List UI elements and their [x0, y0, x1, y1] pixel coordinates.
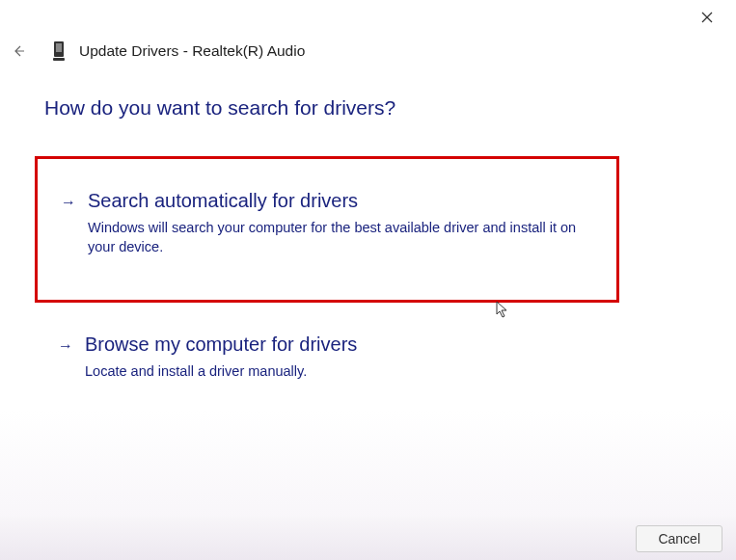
page-heading: How do you want to search for drivers? — [44, 96, 697, 120]
device-icon — [50, 40, 68, 62]
back-button[interactable] — [8, 40, 29, 62]
content-area: How do you want to search for drivers? →… — [44, 96, 697, 412]
close-button[interactable] — [695, 6, 719, 29]
option-text-group: Browse my computer for drivers Locate an… — [85, 333, 604, 381]
back-arrow-icon — [12, 44, 25, 58]
option-description: Locate and install a driver manually. — [85, 361, 604, 381]
option-browse-computer[interactable]: → Browse my computer for drivers Locate … — [44, 316, 623, 398]
option-title: Browse my computer for drivers — [85, 333, 604, 356]
option-title: Search automatically for drivers — [88, 190, 597, 212]
bottom-gradient — [0, 411, 736, 517]
svg-rect-4 — [53, 58, 65, 61]
option-search-automatically[interactable]: → Search automatically for drivers Windo… — [35, 156, 619, 303]
footer-bar: Cancel — [0, 517, 736, 560]
svg-rect-3 — [56, 43, 62, 52]
arrow-right-icon: → — [58, 337, 73, 355]
window-title: Update Drivers - Realtek(R) Audio — [79, 42, 305, 60]
option-description: Windows will search your computer for th… — [88, 218, 597, 257]
option-text-group: Search automatically for drivers Windows… — [88, 190, 597, 257]
arrow-right-icon: → — [61, 194, 76, 211]
close-icon — [701, 12, 713, 23]
cancel-button[interactable]: Cancel — [636, 525, 722, 552]
window-header: Update Drivers - Realtek(R) Audio — [8, 40, 305, 62]
